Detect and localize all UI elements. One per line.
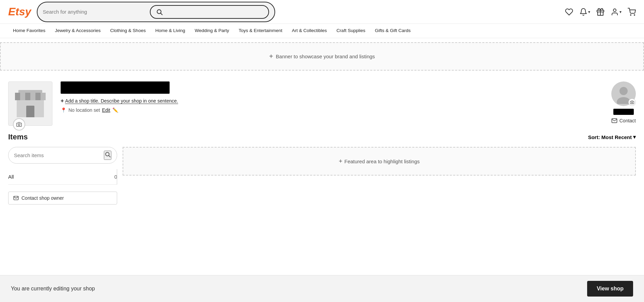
location-row: 📍 No location set Edit ✏️ — [61, 107, 636, 113]
svg-point-4 — [613, 9, 616, 12]
main-search-input[interactable] — [43, 9, 150, 15]
svg-line-1 — [160, 13, 162, 15]
sort-chevron-icon: ▾ — [633, 134, 636, 140]
contact-shop-envelope-icon — [13, 195, 19, 201]
items-section: Items Sort: Most Recent ▾ All 0 — [0, 133, 644, 210]
avatar-wrap — [611, 81, 636, 106]
banner-area[interactable]: + Banner to showcase your brand and list… — [0, 42, 644, 71]
nav-item-home-favorites[interactable]: Home Favorites — [8, 24, 50, 38]
featured-area[interactable]: + Featured area to highlight listings — [123, 147, 636, 176]
search-items-button[interactable] — [104, 151, 111, 160]
avatar-camera-button[interactable] — [628, 99, 636, 106]
cart-button[interactable] — [628, 8, 636, 16]
search-items-bar — [8, 147, 117, 164]
nav-item-art[interactable]: Art & Collectibles — [287, 24, 332, 38]
sort-label: Sort: Most Recent — [588, 134, 632, 140]
shop-logo — [8, 81, 52, 126]
main-search-button[interactable] — [150, 5, 269, 19]
search-items-icon — [105, 151, 111, 157]
location-icon: 📍 — [61, 107, 66, 113]
store-icon — [15, 90, 46, 117]
shop-right: Contact — [611, 81, 636, 124]
contact-label: Contact — [619, 118, 636, 123]
banner-label: Banner to showcase your brand and listin… — [276, 54, 375, 59]
location-text: No location set — [68, 107, 100, 113]
envelope-icon — [611, 118, 617, 124]
notifications-button[interactable]: ▾ — [579, 8, 590, 16]
svg-point-6 — [634, 15, 635, 15]
bell-chevron: ▾ — [588, 10, 590, 14]
svg-point-10 — [631, 102, 633, 103]
nav-item-gifts[interactable]: Gifts & Gift Cards — [370, 24, 415, 38]
add-plus-icon: + — [61, 98, 64, 104]
store-door — [26, 106, 34, 117]
user-icon — [611, 8, 619, 16]
user-button[interactable]: ▾ — [611, 8, 622, 16]
search-items-input[interactable] — [14, 152, 104, 158]
store-awning — [15, 93, 46, 100]
pencil-icon[interactable]: ✏️ — [112, 107, 118, 113]
items-layout: All 0 Contact shop owner + Featured area… — [8, 147, 636, 205]
contact-shop-owner-label: Contact shop owner — [21, 195, 64, 201]
camera-icon — [16, 122, 22, 127]
items-left: All 0 Contact shop owner — [8, 147, 117, 205]
nav-bar: Home Favorites Jewelry & Accessories Clo… — [0, 24, 644, 38]
store-top — [18, 90, 42, 93]
bell-icon — [579, 8, 587, 16]
svg-point-8 — [619, 87, 628, 95]
svg-line-12 — [109, 155, 110, 157]
shop-profile: + Add a shop title. Describe your shop i… — [0, 75, 644, 133]
header-icons: ▾ ▾ — [565, 8, 636, 16]
items-title: Items — [8, 133, 28, 141]
shop-logo-camera-button[interactable] — [13, 118, 25, 131]
nav-item-clothing[interactable]: Clothing & Shoes — [106, 24, 151, 38]
items-header: Items Sort: Most Recent ▾ — [8, 133, 636, 141]
nav-item-wedding[interactable]: Wedding & Party — [190, 24, 234, 38]
avatar-camera-icon — [630, 100, 634, 104]
sort-dropdown[interactable]: Sort: Most Recent ▾ — [588, 134, 636, 140]
gift-icon — [596, 8, 604, 16]
main-search-bar — [37, 2, 275, 22]
nav-item-toys[interactable]: Toys & Entertainment — [234, 24, 287, 38]
username-redacted — [613, 109, 634, 115]
shop-title-redacted — [61, 81, 170, 94]
user-chevron: ▾ — [619, 10, 622, 14]
heart-icon — [565, 8, 573, 16]
contact-button[interactable]: Contact — [611, 118, 636, 124]
location-edit-link[interactable]: Edit — [102, 107, 110, 113]
featured-label: Featured area to highlight listings — [344, 158, 420, 164]
add-title-link[interactable]: Add a shop title. Describe your shop in … — [65, 98, 178, 104]
svg-point-7 — [18, 124, 20, 125]
shop-info: + Add a shop title. Describe your shop i… — [61, 81, 636, 113]
all-row: All 0 — [8, 169, 117, 185]
featured-plus-icon: + — [339, 158, 343, 165]
all-label: All — [8, 174, 14, 180]
contact-shop-owner-button[interactable]: Contact shop owner — [8, 192, 117, 205]
svg-point-5 — [630, 15, 631, 15]
nav-item-craft[interactable]: Craft Supplies — [332, 24, 370, 38]
add-title-row: + Add a shop title. Describe your shop i… — [61, 98, 636, 104]
nav-item-jewelry[interactable]: Jewelry & Accessories — [50, 24, 105, 38]
etsy-logo[interactable]: Etsy — [8, 5, 31, 18]
store-body — [17, 100, 44, 117]
favorites-button[interactable] — [565, 8, 573, 16]
shop-logo-wrap — [8, 81, 52, 126]
search-icon — [156, 9, 163, 15]
banner-plus-icon: + — [269, 52, 273, 60]
gift-button[interactable] — [596, 8, 604, 16]
nav-item-home-living[interactable]: Home & Living — [151, 24, 190, 38]
cart-icon — [628, 8, 636, 16]
vertical-divider — [117, 169, 117, 184]
header: Etsy ▾ ▾ — [0, 0, 644, 24]
